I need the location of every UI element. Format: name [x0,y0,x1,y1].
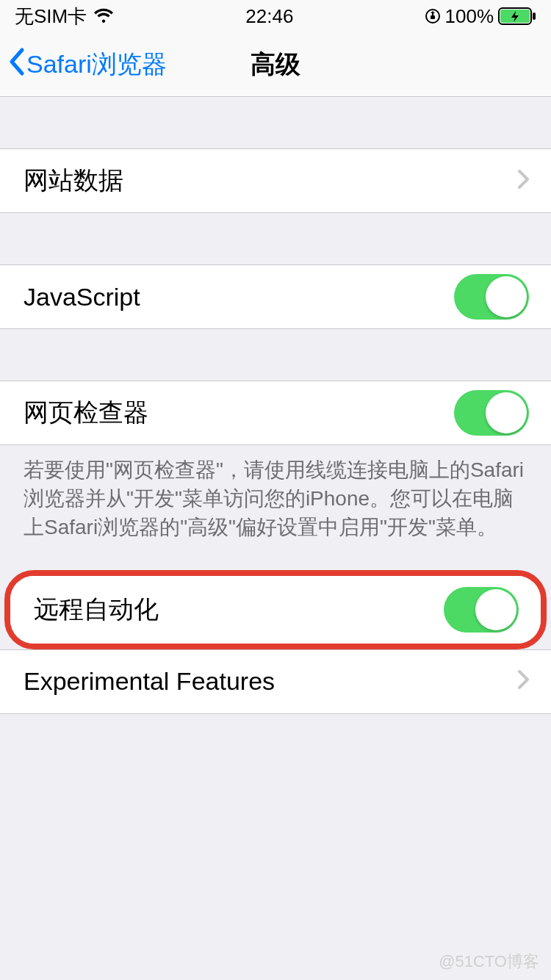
wifi-icon [93,8,115,24]
web-inspector-label: 网页检查器 [24,396,454,430]
status-right: 100% [425,5,537,28]
remote-automation-row: 远程自动化 [10,576,541,644]
web-inspector-row: 网页检查器 [0,381,551,445]
watermark: @51CTO博客 [439,951,539,973]
web-inspector-toggle[interactable] [454,390,529,436]
back-label: Safari浏览器 [26,48,167,82]
svg-rect-4 [533,12,536,20]
javascript-toggle[interactable] [454,274,529,320]
back-button[interactable]: Safari浏览器 [0,47,167,82]
nav-bar: Safari浏览器 高级 [0,32,551,97]
javascript-row: JavaScript [0,264,551,329]
highlight-annotation: 远程自动化 [4,570,547,649]
battery-charging-icon [498,7,536,25]
svg-rect-1 [431,15,435,19]
orientation-lock-icon [425,8,441,24]
experimental-features-row[interactable]: Experimental Features [0,649,551,714]
remote-automation-label: 远程自动化 [34,593,444,627]
status-left: 无SIM卡 [15,4,115,29]
chevron-right-icon [517,167,529,195]
clock: 22:46 [245,5,293,28]
javascript-label: JavaScript [24,283,454,311]
experimental-features-label: Experimental Features [24,667,517,696]
battery-percent: 100% [445,5,494,28]
web-inspector-footer: 若要使用"网页检查器"，请使用线缆连接电脑上的Safari浏览器并从"开发"菜单… [0,445,551,552]
carrier-text: 无SIM卡 [15,4,87,29]
page-title: 高级 [251,48,300,82]
chevron-left-icon [7,47,25,82]
status-bar: 无SIM卡 22:46 100% [0,0,551,32]
website-data-row[interactable]: 网站数据 [0,148,551,213]
remote-automation-toggle[interactable] [444,587,519,633]
website-data-label: 网站数据 [24,164,517,198]
chevron-right-icon [517,667,529,696]
